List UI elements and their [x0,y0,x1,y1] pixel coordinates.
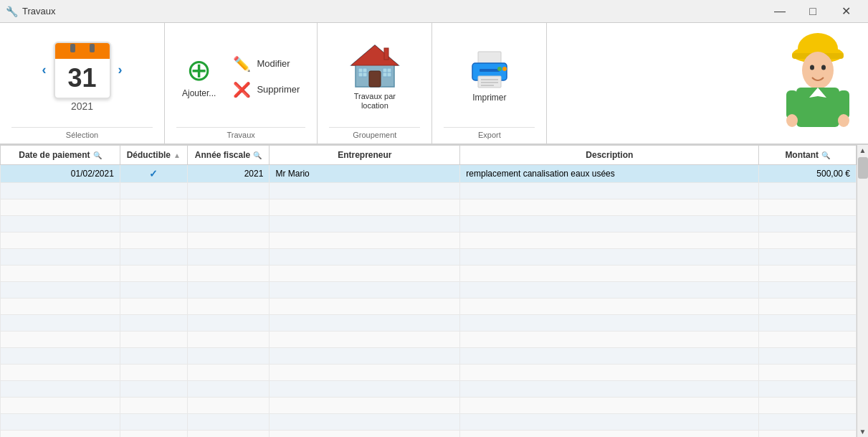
supprimer-label: Supprimer [257,84,300,95]
window-controls: — □ ✕ [763,0,862,23]
calendar-nav: ‹ 31 › [38,42,127,99]
table-row-empty [1,299,857,315]
ribbon-section-travaux: ⊕ Ajouter... ✏️ Modifier ❌ Supprimer Tra… [165,23,318,144]
col-header-entrepreneur[interactable]: Entrepreneur [270,146,460,165]
svg-rect-3 [369,71,381,87]
titlebar-left: 🔧 Travaux [6,6,55,17]
groupement-label: Groupement [329,127,420,144]
svg-point-30 [838,114,849,127]
table-row-empty [1,183,857,199]
export-content: Imprimer [462,29,517,124]
ajouter-label: Ajouter... [182,88,216,98]
selection-label: Sélection [11,127,153,144]
calendar-prev-button[interactable]: ‹ [38,61,51,79]
supprimer-icon: ❌ [233,81,251,98]
data-table: Date de paiement 🔍 Déductible ▲ [0,145,857,437]
vertical-scrollbar[interactable]: ▲ ▼ [857,145,868,437]
col-montant-sort-icon[interactable]: 🔍 [821,151,830,159]
table-row-empty [1,315,857,332]
table-row-empty [1,348,857,365]
col-date-label: Date de paiement [19,150,90,160]
calendar-ring-left [70,44,75,52]
imprimer-button[interactable]: Imprimer [462,47,517,105]
calendar-widget: ‹ 31 › 2021 [38,42,127,112]
travaux-par-location-button[interactable]: Travaux par location [337,39,413,113]
svg-marker-1 [351,45,399,65]
svg-rect-12 [480,69,500,72]
selection-content: ‹ 31 › 2021 [38,29,127,124]
titlebar: 🔧 Travaux — □ ✕ [0,0,868,23]
travaux-content: ⊕ Ajouter... ✏️ Modifier ❌ Supprimer [176,29,305,124]
app-icon: 🔧 [6,6,18,17]
calendar-ring-right [90,44,95,52]
table-row-empty [1,365,857,381]
col-header-deductible[interactable]: Déductible ▲ [120,146,187,165]
minimize-button[interactable]: — [763,0,796,23]
modifier-label: Modifier [257,58,290,69]
groupement-content: Travaux par location [337,29,413,124]
add-icon: ⊕ [186,55,211,85]
cell-deductible: ✓ [120,165,187,183]
app-title: Travaux [22,6,55,17]
calendar-icon[interactable]: 31 [54,42,111,99]
col-header-date[interactable]: Date de paiement 🔍 [1,146,120,165]
table-row-empty [1,216,857,232]
cell-entrepreneur: Mr Mario [270,165,460,183]
small-buttons: ✏️ Modifier ❌ Supprimer [227,52,305,101]
table-row-empty [1,431,857,438]
cell-date: 01/02/2021 [1,165,120,183]
ribbon-section-export: Imprimer Export [432,23,547,144]
table-row-empty [1,266,857,282]
table-row-empty [1,199,857,216]
svg-rect-13 [478,76,501,88]
calendar-year: 2021 [71,100,93,112]
calendar-header [55,43,110,59]
col-header-annee[interactable]: Année fiscale 🔍 [187,146,270,165]
house-icon [350,42,400,89]
table-row-empty [1,249,857,266]
groupement-btn-label: Travaux par location [343,92,407,111]
scroll-down-arrow[interactable]: ▼ [858,426,868,437]
ribbon-section-selection: ‹ 31 › 2021 Sélect [0,23,165,144]
imprimer-label: Imprimer [472,93,506,103]
table-header: Date de paiement 🔍 Déductible ▲ [1,146,857,165]
col-annee-sort-icon[interactable]: 🔍 [253,151,262,159]
travaux-label: Travaux [176,127,305,144]
svg-rect-2 [384,48,388,60]
printer-icon [468,50,511,90]
cell-description: remplacement canalisation eaux usées [460,165,759,183]
table-row-empty [1,282,857,299]
modifier-button[interactable]: ✏️ Modifier [227,52,305,75]
ajouter-button[interactable]: ⊕ Ajouter... [176,52,221,101]
scroll-up-arrow[interactable]: ▲ [858,145,868,156]
col-entrepreneur-label: Entrepreneur [338,150,391,160]
table-row-empty [1,332,857,348]
cell-annee: 2021 [187,165,270,183]
svg-point-23 [810,65,814,70]
supprimer-button[interactable]: ❌ Supprimer [227,78,305,101]
svg-point-15 [502,67,507,71]
close-button[interactable]: ✕ [829,0,862,23]
table-row-empty [1,398,857,414]
maximize-button[interactable]: □ [796,0,829,23]
table-row[interactable]: 01/02/2021 ✓ 2021 Mr Mario remplacement … [1,165,857,183]
svg-point-29 [786,114,798,127]
avatar-icon [782,33,854,133]
col-date-sort-icon[interactable]: 🔍 [93,151,102,159]
col-annee-label: Année fiscale [195,150,250,160]
main-content: Date de paiement 🔍 Déductible ▲ [0,145,868,437]
calendar-next-button[interactable]: › [114,61,127,79]
table-scroll-area[interactable]: Date de paiement 🔍 Déductible ▲ [0,145,857,437]
checkmark-icon: ✓ [149,168,158,179]
avatar-section [547,23,868,144]
table-row-empty [1,381,857,398]
scroll-thumb[interactable] [858,157,868,179]
modifier-icon: ✏️ [233,55,251,72]
col-header-description[interactable]: Description [460,146,759,165]
col-header-montant[interactable]: Montant 🔍 [759,146,857,165]
calendar-day: 31 [55,59,110,98]
col-deductible-sort-icon[interactable]: ▲ [173,151,181,159]
ribbon-section-groupement: Travaux par location Groupement [318,23,432,144]
ribbon: ‹ 31 › 2021 Sélect [0,23,868,145]
table-row-empty [1,414,857,431]
